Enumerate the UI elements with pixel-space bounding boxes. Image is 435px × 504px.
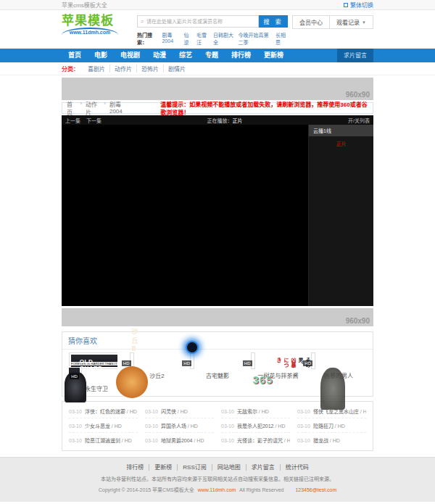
hot-search-item[interactable]: 今晚开始真第二季: [238, 31, 271, 46]
suggest-section: 猜你喜欢 FOREVER IS HARDER THAN IT LOOKS OLD…: [62, 331, 373, 397]
quality-badge: HD: [303, 360, 312, 366]
breadcrumb-current[interactable]: 剧毒2004: [109, 100, 130, 116]
movie-title: 古宅魅影: [190, 371, 245, 379]
ad-size-label: 960x90: [346, 91, 370, 99]
source-tab[interactable]: 云播1线: [309, 125, 373, 136]
movie-poster: 365 HD: [251, 352, 255, 369]
category-comedy[interactable]: 喜剧片: [83, 65, 110, 73]
search-button[interactable]: 搜 索: [259, 15, 288, 28]
hot-search: 热门搜索： 剧毒2004 仙逆 毛雪汪 日韩剧大全 今晚开始真第二季 长相思: [137, 31, 288, 46]
breadcrumb-separator: ›: [104, 100, 106, 116]
breadcrumb: 首页 › 动作片 › 剧毒2004: [67, 100, 130, 116]
list-item[interactable]: 03-10闪灵侠 / HD: [145, 404, 214, 418]
top-strip: 苹果cms模板大全 繁体切换: [0, 0, 435, 10]
list-item[interactable]: 03-10地狱男爵2004 / HD: [145, 433, 214, 447]
request-film-button[interactable]: 求片留言: [337, 49, 373, 62]
quality-badge: HD: [182, 360, 191, 366]
nav-item-ranking[interactable]: 排行榜: [225, 49, 257, 62]
hot-search-item[interactable]: 毛雪汪: [196, 31, 209, 46]
footer-links: 排行榜更新榜RSS订阅网站地图求片留言统计代码: [0, 463, 435, 471]
movie-card[interactable]: HD 古宅魅影: [190, 355, 245, 392]
lang-switch-link[interactable]: 繁体切换: [344, 1, 373, 9]
category-action[interactable]: 动作片: [110, 65, 137, 73]
main-nav: 首页 电影 电视剧 动漫 综艺 专题 排行榜 更新榜 求片留言: [0, 49, 435, 62]
nav-item-variety[interactable]: 综艺: [173, 49, 199, 62]
movie-card[interactable]: 沙丘Ⅱ HD 沙丘2: [130, 355, 185, 392]
list-item[interactable]: 03-10浮侠：红色的迷雾 / HD: [69, 404, 138, 418]
footer-link-rss[interactable]: RSS订阅: [177, 464, 211, 471]
prev-episode-button[interactable]: 上一集: [65, 118, 80, 123]
nav-item-movies[interactable]: 电影: [88, 49, 114, 62]
footer-disclaimer: 本站为非营利性站点。本站所有内容均来源于互联网相关站点自动搜索采集信息。相关链接…: [0, 475, 435, 482]
category-horror[interactable]: 恐怖片: [137, 65, 164, 73]
ad-banner-top[interactable]: 960x90: [62, 78, 373, 100]
search-input[interactable]: [146, 19, 255, 24]
logo[interactable]: 苹果模板 www.11dmh.com: [62, 15, 134, 35]
now-playing: 正在播放：正片: [207, 117, 243, 124]
video-player: 上一集 下一集 正在播放：正片 开/关列表 云播1线 正片: [62, 115, 373, 306]
list-item[interactable]: 03-10无敌索尔 / HD: [221, 404, 290, 418]
suggest-title: 猜你喜欢: [62, 332, 373, 350]
list-item[interactable]: 03-10异国杀人场 / HD: [145, 418, 214, 433]
footer-link-ranking[interactable]: 排行榜: [121, 464, 149, 471]
list-item[interactable]: 03-10险恶江湖逍遥剑 / HD: [69, 433, 138, 447]
footer-link-sitemap[interactable]: 网站地图: [212, 464, 246, 471]
list-item[interactable]: 03-10少女斗恶龙 / HD: [69, 418, 138, 433]
movie-card[interactable]: FOREVER IS HARDER THAN IT LOOKS OLD GUAR…: [69, 355, 124, 392]
movie-poster: FOREVER IS HARDER THAN IT LOOKS OLD GUAR…: [69, 352, 117, 382]
logo-url: www.11dmh.com: [62, 28, 118, 35]
hot-search-item[interactable]: 长相思: [276, 31, 288, 46]
movie-poster: HD: [190, 352, 194, 369]
movie-poster: その男、凶暴につき HD: [311, 352, 315, 369]
ad-size-label: 960x90: [346, 317, 370, 325]
list-item[interactable]: 03-10光怪谈：影子的诅咒 / HD: [221, 433, 290, 447]
playlist-panel: 云播1线 正片: [308, 125, 373, 306]
footer-link-request[interactable]: 求片留言: [246, 464, 280, 471]
hot-search-item[interactable]: 日韩剧大全: [213, 31, 233, 46]
search-icon: ⌕: [141, 17, 144, 25]
search-area: ⌕ 搜 索 热门搜索： 剧毒2004 仙逆 毛雪汪 日韩剧大全 今晚开始真第二季…: [134, 15, 292, 46]
breadcrumb-separator: ›: [80, 100, 82, 116]
nav-item-anime[interactable]: 动漫: [146, 49, 173, 62]
next-episode-button[interactable]: 下一集: [86, 118, 102, 123]
footer: 排行榜更新榜RSS订阅网站地图求片留言统计代码 本站为非营利性站点。本站所有内容…: [0, 457, 435, 502]
footer-copyright: Copyright © 2014-2015 苹果CMS模板大全 www.11dm…: [0, 486, 435, 493]
chevron-down-icon: ▼: [362, 20, 366, 25]
hot-search-item[interactable]: 仙逆: [184, 31, 192, 46]
breadcrumb-home[interactable]: 首页: [67, 100, 76, 116]
logo-title: 苹果模板: [62, 15, 134, 28]
category-drama[interactable]: 剧情片: [164, 65, 190, 73]
nav-item-tv[interactable]: 电视剧: [114, 49, 146, 62]
ad-banner-bottom[interactable]: 960x90: [62, 308, 373, 326]
nav-item-topics[interactable]: 专题: [199, 49, 225, 62]
breadcrumb-category[interactable]: 动作片: [86, 100, 100, 116]
footer-link-updates[interactable]: 更新榜: [149, 464, 177, 471]
list-item[interactable]: 03-10我是杀人犯2012 / HD: [221, 418, 290, 433]
site-note: 苹果cms模板大全: [62, 1, 107, 9]
lang-switch-label: 繁体切换: [350, 1, 373, 9]
breadcrumb-bar: 首页 › 动作片 › 剧毒2004 温馨提示：如果视频不能播放或者加载失败，请刷…: [62, 102, 373, 114]
category-label: 分类：: [62, 65, 79, 73]
list-item[interactable]: 03-10猎龙战 / HD: [297, 433, 366, 447]
video-screen[interactable]: [62, 125, 308, 306]
lang-icon: [344, 3, 348, 7]
footer-domain-link[interactable]: www.11dmh.com: [198, 487, 236, 492]
hot-search-item[interactable]: 剧毒2004: [162, 31, 179, 46]
nav-item-updates[interactable]: 更新榜: [257, 49, 290, 62]
player-notice: 温馨提示：如果视频不能播放或者加载失败，请刷新浏览器，推荐使用360或者谷歌浏览…: [160, 100, 368, 116]
list-item[interactable]: 03-10险路狂刀 / HD: [297, 418, 366, 433]
episode-link-active[interactable]: 正片: [309, 136, 373, 151]
user-box: 会员中心 观看记录 ▼: [292, 15, 373, 29]
footer-link-stats[interactable]: 统计代码: [280, 464, 314, 471]
hot-search-label: 热门搜索：: [137, 31, 157, 46]
category-row: 分类： 喜剧片 动作片 恐怖片 剧情片: [0, 62, 435, 75]
nav-item-home[interactable]: 首页: [62, 49, 88, 62]
member-center-link[interactable]: 会员中心: [293, 16, 329, 28]
watch-history-link[interactable]: 观看记录 ▼: [329, 16, 373, 28]
quality-badge: HD: [70, 373, 79, 379]
header: 苹果模板 www.11dmh.com ⌕ 搜 索 热门搜索： 剧毒2004 仙逆…: [0, 10, 435, 49]
toggle-playlist-button[interactable]: 开/关列表: [348, 117, 370, 124]
footer-email-link[interactable]: 123456@test.com: [295, 487, 336, 492]
movie-card[interactable]: その男、凶暴につき HD 凶暴的男人: [311, 355, 366, 392]
search-box: ⌕: [137, 15, 259, 28]
